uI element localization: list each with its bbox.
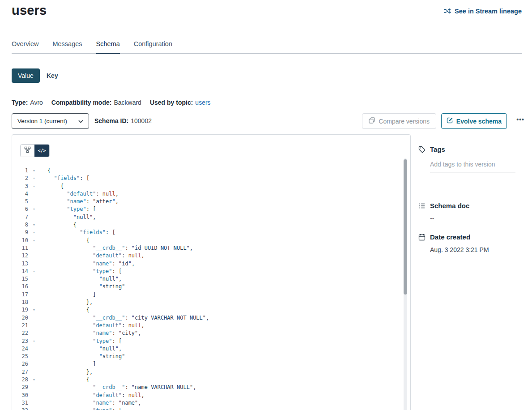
code-text: {	[47, 306, 89, 314]
line-number: 3	[12, 183, 28, 190]
code-text: {	[47, 376, 89, 384]
schema-meta: Type:Avro Compatibility mode:Backward Us…	[12, 99, 211, 106]
page-title: users	[12, 3, 47, 18]
code-line: 8▾ {	[12, 221, 402, 229]
line-number: 5	[12, 198, 28, 205]
line-number: 11	[12, 244, 28, 252]
code-line: 18 },	[12, 299, 402, 306]
code-text: "name": "id",	[47, 260, 135, 268]
fold-arrow-icon	[30, 345, 38, 353]
tab-messages[interactable]: Messages	[52, 39, 82, 53]
line-number: 14	[12, 268, 28, 275]
code-text: "type": [	[47, 337, 122, 345]
code-text: {	[47, 167, 51, 175]
code-text: "name": "name",	[47, 399, 141, 407]
version-select[interactable]: Version 1 (current)	[12, 113, 89, 129]
code-text: ]	[47, 291, 96, 299]
fold-arrow-icon	[30, 198, 38, 205]
code-text: {	[47, 183, 64, 190]
line-number: 13	[12, 260, 28, 268]
line-number: 7	[12, 214, 28, 221]
date-created-value: Aug. 3 2022 3:21 PM	[430, 246, 522, 253]
code-text: "fields": [	[47, 175, 89, 182]
fold-arrow-icon	[30, 252, 38, 260]
schema-key-toggle[interactable]: Key	[47, 72, 58, 79]
fold-arrow-icon[interactable]: ▾	[30, 376, 38, 384]
stream-lineage-link[interactable]: See in Stream lineage	[443, 7, 522, 15]
line-number: 27	[12, 368, 28, 376]
fold-arrow-icon[interactable]: ▾	[30, 229, 38, 236]
fold-arrow-icon[interactable]: ▾	[30, 337, 38, 345]
fold-arrow-icon	[30, 291, 38, 299]
evolve-schema-button[interactable]: Evolve schema	[441, 113, 507, 129]
line-number: 10	[12, 237, 28, 244]
code-line: 6▾ "type": [	[12, 205, 402, 213]
line-number: 21	[12, 322, 28, 329]
code-text: "__crdb__": "id UUID NOT NULL",	[47, 244, 193, 252]
line-number: 32	[12, 407, 28, 410]
tab-schema[interactable]: Schema	[96, 39, 120, 53]
editor-scrollbar[interactable]	[404, 158, 407, 410]
code-view-button[interactable]: </>	[34, 145, 49, 157]
line-number: 25	[12, 353, 28, 360]
fold-arrow-icon[interactable]: ▾	[30, 407, 38, 410]
fold-arrow-icon[interactable]: ▾	[30, 205, 38, 213]
line-number: 15	[12, 275, 28, 283]
schema-sidebar: Tags Schema doc -- Date created Aug. 3 2…	[418, 145, 522, 253]
schema-editor-panel: </> 1▾{2▾ "fields": [3▾ {4 "default": nu…	[12, 134, 411, 410]
code-line: 19▾ {	[12, 306, 402, 314]
code-text: ]	[47, 360, 96, 368]
line-number: 8	[12, 221, 28, 229]
code-text: "__crdb__": "name VARCHAR NULL",	[47, 384, 196, 391]
date-created-header: Date created	[418, 233, 522, 241]
fold-arrow-icon[interactable]: ▾	[30, 175, 38, 182]
schema-id: Schema ID:100002	[94, 117, 152, 124]
fold-arrow-icon[interactable]: ▾	[30, 268, 38, 275]
evolve-schema-icon	[447, 117, 453, 125]
schema-doc-header: Schema doc	[418, 202, 522, 209]
line-number: 12	[12, 252, 28, 260]
editor-scrollbar-thumb[interactable]	[404, 159, 407, 295]
fold-arrow-icon	[30, 244, 38, 252]
evolve-schema-label: Evolve schema	[456, 118, 502, 125]
line-number: 19	[12, 306, 28, 314]
code-text: "null",	[47, 275, 122, 283]
more-actions-button[interactable]: •••	[516, 116, 524, 123]
fold-arrow-icon	[30, 190, 38, 198]
code-line: 27 },	[12, 368, 402, 376]
code-text: "__crdb__": "city VARCHAR NOT NULL",	[47, 314, 209, 322]
code-text: "name": "city",	[47, 329, 141, 337]
topic-link[interactable]: users	[195, 99, 210, 106]
compare-versions-icon	[369, 117, 375, 125]
code-text: "fields": [	[47, 229, 115, 236]
code-line: 14▾ "type": [	[12, 268, 402, 275]
code-line: 30 "default": null,	[12, 392, 402, 399]
fold-arrow-icon[interactable]: ▾	[30, 183, 38, 190]
code-text: "default": null,	[47, 322, 145, 329]
fold-arrow-icon[interactable]: ▾	[30, 167, 38, 175]
code-line: 11 "__crdb__": "id UUID NOT NULL",	[12, 244, 402, 252]
line-number: 18	[12, 299, 28, 306]
fold-arrow-icon	[30, 314, 38, 322]
fold-arrow-icon[interactable]: ▾	[30, 237, 38, 244]
fold-arrow-icon[interactable]: ▾	[30, 306, 38, 314]
code-line: 10▾ {	[12, 237, 402, 244]
code-text: "type": [	[47, 205, 96, 213]
tab-bar: Overview Messages Schema Configuration	[12, 39, 522, 54]
line-number: 9	[12, 229, 28, 236]
code-line: 20 "__crdb__": "city VARCHAR NOT NULL",	[12, 314, 402, 322]
schema-doc-value: --	[430, 215, 522, 222]
tab-overview[interactable]: Overview	[12, 39, 38, 53]
fold-arrow-icon[interactable]: ▾	[30, 221, 38, 229]
fold-arrow-icon	[30, 299, 38, 306]
topic-meta: Used by topic:users	[150, 99, 211, 106]
compare-versions-button[interactable]: Compare versions	[362, 113, 436, 129]
code-text: "null",	[47, 345, 122, 353]
code-line: 29 "__crdb__": "name VARCHAR NULL",	[12, 384, 402, 391]
tab-configuration[interactable]: Configuration	[134, 39, 172, 53]
line-number: 23	[12, 337, 28, 345]
tree-view-button[interactable]	[21, 145, 34, 157]
code-line: 26 ]	[12, 360, 402, 368]
schema-value-toggle[interactable]: Value	[12, 68, 40, 83]
tags-input[interactable]	[430, 159, 515, 172]
